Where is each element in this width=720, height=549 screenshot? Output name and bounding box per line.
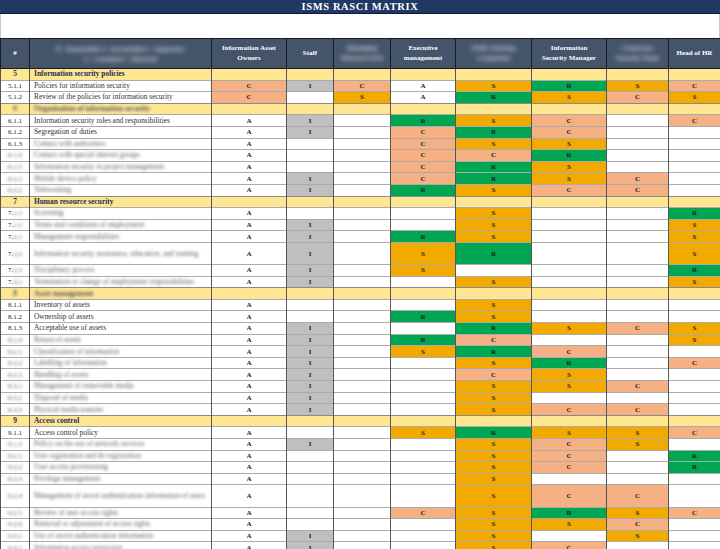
rasci-cell[interactable]	[287, 507, 334, 519]
rasci-cell[interactable]: A	[212, 126, 287, 138]
control-label-cell[interactable]: Privilege management	[30, 473, 212, 485]
rasci-cell[interactable]: A	[212, 311, 287, 323]
rasci-cell[interactable]: A	[212, 334, 287, 346]
control-label-cell[interactable]: Asset management	[30, 288, 212, 300]
rasci-cell[interactable]: I	[287, 346, 334, 358]
rasci-cell[interactable]: R	[669, 450, 720, 462]
rasci-cell[interactable]	[334, 265, 391, 277]
rasci-cell[interactable]: S	[532, 323, 607, 335]
rasci-cell[interactable]	[287, 311, 334, 323]
rasci-cell[interactable]	[334, 311, 391, 323]
rasci-cell[interactable]	[391, 357, 456, 369]
rasci-cell[interactable]	[334, 231, 391, 243]
control-label-cell[interactable]: Disposal of media	[30, 392, 212, 404]
row-number-cell[interactable]: 8.3.2	[1, 392, 30, 404]
row-number-cell[interactable]: 7.3.1	[1, 276, 30, 288]
rasci-cell[interactable]: S	[532, 138, 607, 150]
rasci-cell[interactable]: S	[669, 334, 720, 346]
rasci-cell[interactable]: S	[456, 184, 532, 196]
rasci-cell[interactable]	[669, 392, 720, 404]
control-label-cell[interactable]: Policies for information security	[30, 80, 212, 92]
rasci-cell[interactable]	[669, 150, 720, 162]
rasci-cell[interactable]: C	[212, 80, 287, 92]
rasci-cell[interactable]: C	[391, 138, 456, 150]
rasci-cell[interactable]	[607, 334, 669, 346]
rasci-cell[interactable]: S	[456, 507, 532, 519]
rasci-cell[interactable]	[334, 450, 391, 462]
rasci-cell[interactable]: A	[212, 276, 287, 288]
section-fill-cell[interactable]	[669, 69, 720, 81]
rasci-cell[interactable]: S	[456, 439, 532, 451]
control-label-cell[interactable]: Handling of assets	[30, 369, 212, 381]
rasci-cell[interactable]: S	[532, 369, 607, 381]
rasci-cell[interactable]	[334, 138, 391, 150]
rasci-cell[interactable]: S	[456, 530, 532, 542]
rasci-cell[interactable]	[607, 219, 669, 231]
rasci-cell[interactable]: A	[212, 115, 287, 127]
rasci-cell[interactable]: C	[607, 323, 669, 335]
rasci-cell[interactable]	[287, 450, 334, 462]
rasci-cell[interactable]: S	[607, 80, 669, 92]
rasci-cell[interactable]	[334, 427, 391, 439]
section-fill-cell[interactable]	[607, 196, 669, 208]
section-fill-cell[interactable]	[334, 69, 391, 81]
section-fill-cell[interactable]	[391, 196, 456, 208]
rasci-cell[interactable]: R	[391, 184, 456, 196]
rasci-cell[interactable]	[532, 311, 607, 323]
rasci-cell[interactable]: C	[607, 485, 669, 507]
rasci-cell[interactable]: A	[212, 519, 287, 531]
rasci-cell[interactable]: A	[212, 173, 287, 185]
rasci-cell[interactable]: I	[287, 276, 334, 288]
column-header-md[interactable]: ManagingDirector/CEO	[334, 39, 391, 69]
column-header-hash[interactable]: #	[1, 39, 30, 69]
rasci-cell[interactable]: C	[456, 150, 532, 162]
section-fill-cell[interactable]	[334, 103, 391, 115]
rasci-cell[interactable]	[334, 392, 391, 404]
rasci-cell[interactable]	[391, 276, 456, 288]
section-fill-cell[interactable]	[287, 196, 334, 208]
rasci-cell[interactable]	[607, 346, 669, 358]
rasci-cell[interactable]	[607, 450, 669, 462]
rasci-cell[interactable]: A	[212, 208, 287, 220]
rasci-cell[interactable]	[391, 450, 456, 462]
column-header-ism[interactable]: InformationSecurity Manager	[532, 39, 607, 69]
rasci-cell[interactable]	[391, 323, 456, 335]
rasci-cell[interactable]	[334, 462, 391, 474]
row-number-cell[interactable]: 9	[1, 415, 30, 427]
control-label-cell[interactable]: Physical media transfer	[30, 404, 212, 416]
row-number-cell[interactable]: 9.1.1	[1, 427, 30, 439]
rasci-cell[interactable]: A	[212, 473, 287, 485]
rasci-cell[interactable]: C	[391, 161, 456, 173]
column-header-ist[interactable]: CorporateSecurity Team	[607, 39, 669, 69]
rasci-cell[interactable]: S	[532, 173, 607, 185]
rasci-cell[interactable]: C	[456, 334, 532, 346]
column-header-legend[interactable]: R : Responsible A : Accountable S : Supp…	[30, 39, 212, 69]
section-fill-cell[interactable]	[212, 196, 287, 208]
rasci-cell[interactable]: I	[287, 126, 334, 138]
rasci-cell[interactable]	[669, 161, 720, 173]
control-label-cell[interactable]: Screening	[30, 208, 212, 220]
rasci-cell[interactable]: A	[212, 219, 287, 231]
rasci-cell[interactable]: A	[212, 184, 287, 196]
rasci-cell[interactable]	[607, 542, 669, 549]
column-header-iao[interactable]: Information AssetOwners	[212, 39, 287, 69]
rasci-cell[interactable]: S	[456, 404, 532, 416]
section-fill-cell[interactable]	[287, 69, 334, 81]
rasci-cell[interactable]	[334, 542, 391, 549]
row-number-cell[interactable]: 6.2.1	[1, 173, 30, 185]
row-number-cell[interactable]: 7.1.2	[1, 219, 30, 231]
rasci-cell[interactable]	[669, 485, 720, 507]
rasci-cell[interactable]	[334, 530, 391, 542]
rasci-cell[interactable]: S	[391, 265, 456, 277]
rasci-cell[interactable]: A	[212, 299, 287, 311]
rasci-cell[interactable]: A	[212, 323, 287, 335]
rasci-cell[interactable]	[607, 242, 669, 264]
rasci-cell[interactable]: A	[212, 542, 287, 549]
rasci-cell[interactable]: S	[607, 530, 669, 542]
rasci-cell[interactable]	[334, 439, 391, 451]
row-number-cell[interactable]: 8.2.3	[1, 369, 30, 381]
rasci-cell[interactable]	[334, 323, 391, 335]
control-label-cell[interactable]: User access provisioning	[30, 462, 212, 474]
rasci-cell[interactable]: I	[287, 381, 334, 393]
rasci-cell[interactable]	[334, 381, 391, 393]
